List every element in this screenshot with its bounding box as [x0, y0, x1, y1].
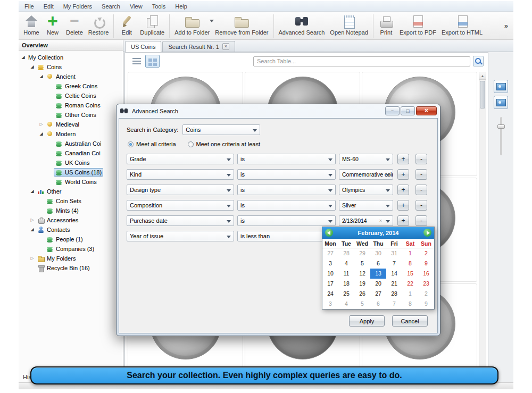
calendar-day[interactable]: 6 [370, 299, 386, 309]
category-select[interactable]: Coins [182, 124, 260, 135]
toolbar-restore-button[interactable]: Restore [86, 13, 112, 36]
criteria-field-select[interactable]: Composition [127, 200, 234, 211]
calendar-day[interactable]: 14 [386, 269, 402, 279]
zoom-slider-handle[interactable] [497, 124, 505, 129]
zoom-slider[interactable] [500, 117, 502, 155]
add-criteria-button[interactable]: + [397, 154, 409, 164]
criteria-field-select[interactable]: Year of issue [127, 231, 234, 241]
scrollbar-thumb[interactable] [480, 81, 485, 108]
calendar-day[interactable]: 2 [418, 248, 434, 258]
menu-my-folders[interactable]: My Folders [59, 2, 97, 11]
calendar-day[interactable]: 26 [354, 289, 370, 299]
sidebar-item-companies-3[interactable]: Companies (3) [19, 244, 123, 254]
toolbar-new-button[interactable]: New [42, 13, 63, 36]
calendar-day[interactable]: 19 [354, 279, 370, 289]
calendar-day[interactable]: 31 [386, 248, 402, 258]
calendar-day[interactable]: 30 [370, 248, 386, 258]
calendar-day[interactable]: 7 [386, 299, 402, 309]
maximize-button[interactable] [401, 106, 415, 115]
sidebar-item-celtic-coins[interactable]: Celtic Coins [19, 91, 123, 101]
cancel-button[interactable]: Cancel [392, 315, 428, 327]
calendar-day[interactable]: 17 [322, 279, 338, 289]
minimize-button[interactable] [385, 106, 400, 115]
sidebar-item-other[interactable]: Other [19, 187, 123, 196]
calendar-day[interactable]: 11 [338, 269, 354, 279]
sidebar-item-australian-coi[interactable]: Australian Coi [19, 139, 123, 148]
toolbar-home-button[interactable]: Home [21, 13, 42, 36]
calendar-day[interactable]: 18 [338, 279, 354, 289]
sidebar-item-my-folders[interactable]: My Folders [19, 254, 123, 263]
calendar-day[interactable]: 8 [402, 258, 418, 269]
remove-criteria-button[interactable]: - [415, 200, 427, 211]
sidebar-item-uk-coins[interactable]: UK Coins [19, 158, 123, 168]
calendar-day[interactable]: 9 [418, 258, 434, 269]
calendar-day[interactable]: 1 [402, 248, 418, 258]
toolbar-duplicate-button[interactable]: Duplicate [137, 13, 167, 36]
calendar-day[interactable]: 28 [386, 289, 402, 299]
grid-view-button[interactable] [145, 55, 160, 68]
sidebar-item-my-collection[interactable]: My Collection [19, 53, 123, 62]
calendar-day[interactable]: 5 [354, 299, 370, 309]
criteria-operator-select[interactable]: is [237, 185, 336, 195]
sidebar-item-world-coins[interactable]: World Coins [19, 177, 123, 187]
calendar-day[interactable]: 6 [370, 258, 386, 269]
expand-arrow-icon[interactable] [29, 254, 36, 263]
add-criteria-button[interactable]: + [397, 169, 409, 180]
calendar-day[interactable]: 27 [322, 248, 338, 258]
calendar-day[interactable]: 10 [322, 269, 338, 279]
toolbar-delete-button[interactable]: Delete [63, 13, 86, 36]
toolbar-export-to-html-button[interactable]: Export to HTML [439, 13, 485, 36]
criteria-value-select[interactable]: Commemorative coin [339, 169, 393, 180]
expand-arrow-icon[interactable] [38, 129, 45, 139]
expand-arrow-icon[interactable] [29, 225, 36, 235]
list-view-button[interactable] [129, 55, 144, 68]
remove-criteria-button[interactable]: - [415, 215, 427, 226]
criteria-value-select[interactable]: 2/13/2014 [339, 215, 393, 226]
calendar-day[interactable]: 4 [338, 299, 354, 309]
sidebar-item-coin-sets[interactable]: Coin Sets [19, 196, 123, 206]
calendar-day[interactable]: 27 [370, 289, 386, 299]
expand-arrow-icon[interactable] [29, 62, 36, 72]
previous-month-button[interactable] [325, 229, 333, 237]
calendar-day[interactable]: 29 [354, 248, 370, 258]
toolbar-print-button[interactable]: Print [376, 13, 397, 36]
toolbar-remove-from-folder-button[interactable]: Remove from Folder [212, 13, 271, 36]
clear-date-icon[interactable] [379, 218, 383, 223]
add-criteria-button[interactable]: + [397, 200, 409, 211]
criteria-value-select[interactable]: MS-60 [339, 154, 393, 164]
toolbar-edit-button[interactable]: Edit [116, 13, 137, 36]
menu-search[interactable]: Search [97, 2, 125, 11]
expand-arrow-icon[interactable] [29, 187, 36, 196]
criteria-operator-select[interactable]: is [237, 154, 336, 164]
sidebar-item-roman-coins[interactable]: Roman Coins [19, 101, 123, 110]
tab-search-result-nr-1[interactable]: Search Result Nr. 1 [162, 41, 235, 52]
criteria-operator-select[interactable]: is less than [237, 231, 336, 241]
sidebar-item-contacts[interactable]: Contacts [19, 225, 123, 235]
search-button[interactable] [473, 56, 484, 66]
calendar-day[interactable]: 8 [402, 299, 418, 309]
dialog-titlebar[interactable]: Advanced Search [117, 104, 440, 118]
scroll-up-button[interactable] [479, 72, 486, 80]
criteria-operator-select[interactable]: is [237, 200, 336, 211]
criteria-operator-select[interactable]: is [237, 215, 336, 226]
calendar-day[interactable]: 9 [418, 299, 434, 309]
add-criteria-button[interactable]: + [397, 185, 409, 195]
sidebar-item-medieval[interactable]: Medieval [19, 120, 123, 129]
calendar-day[interactable]: 3 [322, 258, 338, 269]
calendar-day[interactable]: 24 [322, 289, 338, 299]
meet-one-criteria-radio[interactable]: Meet one criteria at least [188, 141, 260, 147]
sidebar-item-ancient[interactable]: Ancient [19, 72, 123, 81]
calendar-day[interactable]: 23 [418, 279, 434, 289]
calendar-day[interactable]: 5 [354, 258, 370, 269]
calendar-day[interactable]: 4 [338, 258, 354, 269]
vertical-scrollbar[interactable] [479, 72, 486, 379]
criteria-field-select[interactable]: Grade [127, 154, 234, 164]
calendar-day[interactable]: 1 [402, 289, 418, 299]
menu-edit[interactable]: Edit [39, 2, 59, 11]
calendar-day[interactable]: 22 [402, 279, 418, 289]
toolbar-add-to-folder-button[interactable]: Add to Folder [172, 13, 212, 36]
sidebar-item-accessories[interactable]: Accessories [19, 215, 123, 225]
expand-arrow-icon[interactable] [38, 72, 45, 81]
calendar-day[interactable]: 21 [386, 279, 402, 289]
sidebar-item-us-coins-18[interactable]: US Coins (18) [19, 168, 123, 177]
